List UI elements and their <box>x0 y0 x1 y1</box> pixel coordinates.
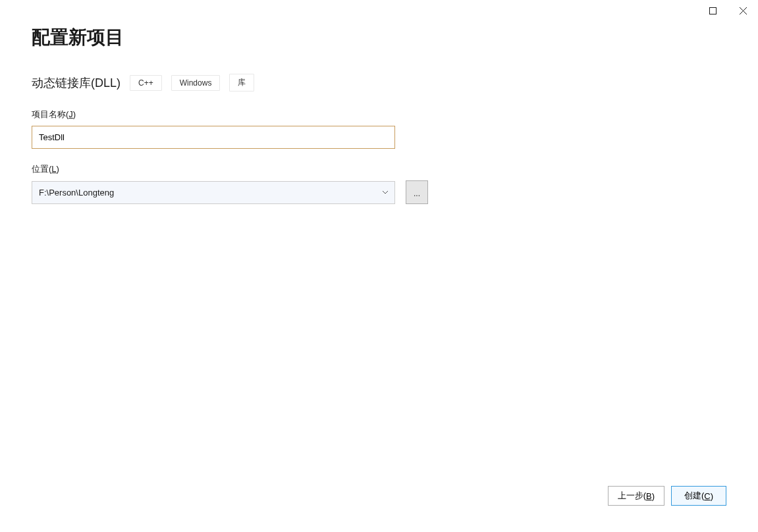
project-name-label: 项目名称(J) <box>32 109 726 120</box>
window-controls <box>697 0 758 21</box>
location-value: F:\Person\Longteng <box>39 188 114 198</box>
location-label: 位置(L) <box>32 163 726 175</box>
browse-button[interactable]: ... <box>406 180 428 204</box>
tag-library: 库 <box>229 74 254 92</box>
svg-rect-0 <box>709 7 716 14</box>
chevron-down-icon <box>379 182 392 203</box>
close-icon <box>740 7 747 14</box>
close-button[interactable] <box>728 0 758 21</box>
project-type-label: 动态链接库(DLL) <box>32 75 121 91</box>
project-name-input[interactable] <box>32 126 395 149</box>
maximize-icon <box>709 7 717 14</box>
page-title: 配置新项目 <box>32 25 726 50</box>
project-type-row: 动态链接库(DLL) C++ Windows 库 <box>32 74 726 92</box>
content-area: 配置新项目 动态链接库(DLL) C++ Windows 库 项目名称(J) 位… <box>0 0 758 204</box>
tag-cpp: C++ <box>130 75 162 91</box>
location-group: 位置(L) F:\Person\Longteng ... <box>32 163 726 204</box>
project-name-group: 项目名称(J) <box>32 109 726 149</box>
create-button[interactable]: 创建(C) <box>671 486 726 506</box>
tag-windows: Windows <box>171 75 221 91</box>
back-button[interactable]: 上一步(B) <box>608 486 664 506</box>
maximize-button[interactable] <box>697 0 728 21</box>
location-dropdown[interactable]: F:\Person\Longteng <box>32 181 395 204</box>
location-row: F:\Person\Longteng ... <box>32 180 726 204</box>
browse-label: ... <box>414 189 420 198</box>
footer-buttons: 上一步(B) 创建(C) <box>608 486 726 506</box>
